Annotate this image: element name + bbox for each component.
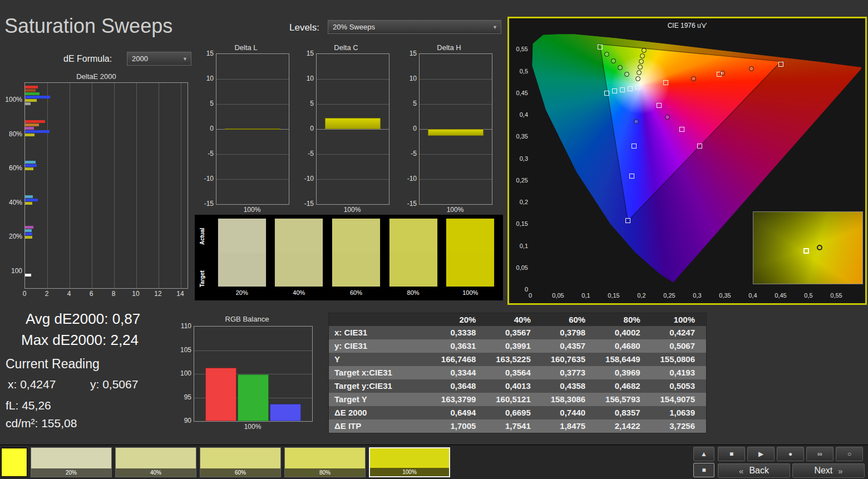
measured-marker (749, 66, 754, 71)
y-axis-label: 0,1 (520, 243, 528, 249)
delta-h-x-label: 100% (419, 206, 491, 214)
delta-h-plot-area (419, 53, 492, 205)
x-axis-label: 0,25 (662, 292, 677, 299)
y-axis-label: 40% (9, 199, 22, 206)
pattern-swatch-100%[interactable]: 100% (369, 447, 450, 477)
cell-value: 1,8475 (542, 419, 596, 433)
delta-bar (325, 118, 381, 129)
gridline (216, 179, 289, 180)
continuous-read-button[interactable]: ∞ (806, 447, 834, 461)
x-axis-label: 2 (41, 290, 52, 298)
x-axis-label: 0,55 (828, 292, 844, 299)
delta-c-y-axis: 151050-5-10-15 (302, 43, 315, 211)
y-axis-label: 5 (210, 100, 214, 107)
gridline (420, 104, 492, 105)
bar (25, 134, 34, 136)
levels-dropdown[interactable]: 20% Sweeps ▼ (328, 20, 501, 34)
pattern-swatch-20%[interactable]: 20% (31, 447, 112, 477)
corner-cell (329, 313, 432, 326)
row-label: y: CIE31 (329, 339, 432, 353)
cell-value: 1,0639 (652, 406, 706, 419)
target-swatch (275, 253, 323, 287)
target-swatch (332, 253, 380, 287)
y-axis-label: -5 (411, 150, 417, 157)
cell-value: 1,7005 (432, 419, 487, 433)
y-axis-label: 0 (413, 125, 417, 132)
target-marker (625, 218, 630, 223)
target-marker (635, 85, 640, 90)
target-marker (629, 174, 634, 179)
target-marker (598, 45, 603, 50)
target-swatch (389, 253, 437, 287)
cell-value: 163,5225 (487, 353, 541, 366)
pattern-up-button[interactable]: ▲ (693, 447, 714, 461)
play-button[interactable]: ▶ (747, 447, 775, 461)
bar (25, 127, 34, 130)
y-axis-label: 20% (9, 233, 22, 240)
strip-cells: 20%40%60%80%100% (209, 215, 503, 300)
rgb-balance-y-axis: 1101051009590 (177, 315, 193, 433)
measured-marker (640, 53, 645, 58)
measurement-table: 20%40%60%80%100%x: CIE310,33380,35670,37… (328, 313, 707, 433)
bar (25, 161, 36, 164)
rgb-balance-x-label: 100% (194, 423, 312, 431)
gridline (194, 350, 312, 351)
target-marker (657, 103, 662, 108)
y-axis-label: -10 (304, 175, 314, 182)
y-axis-label: 15 (410, 50, 417, 57)
target-marker (803, 248, 809, 254)
gridline (114, 83, 115, 288)
back-button[interactable]: « Back (718, 463, 790, 478)
pattern-swatch-60%[interactable]: 60% (200, 447, 281, 477)
swatch-label: 100% (370, 468, 449, 476)
y-axis-label: 100 (11, 267, 22, 275)
bar (25, 102, 31, 105)
row-label: Target x:CIE31 (329, 366, 432, 379)
pattern-window-button[interactable]: ■ (693, 463, 714, 477)
cell-value: 0,3564 (487, 366, 541, 379)
y-axis-label: 60% (9, 164, 22, 172)
de-formula-dropdown[interactable]: 2000 ▼ (127, 52, 191, 66)
bar (25, 236, 32, 239)
bar (25, 120, 45, 123)
swatch-level-label: 60% (332, 287, 381, 298)
gridline (159, 83, 159, 288)
bar (25, 229, 32, 232)
next-button[interactable]: Next » (792, 463, 865, 478)
cell-value: 0,6494 (432, 406, 487, 419)
measured-marker (691, 76, 696, 81)
cell-value: 0,8357 (596, 406, 651, 419)
cell-value: 0,3344 (432, 366, 487, 379)
bar (25, 89, 36, 92)
pattern-swatch-40%[interactable]: 40% (115, 447, 196, 477)
table-row: Target Y163,3799160,5121158,3086156,5793… (329, 393, 706, 406)
swatch (332, 218, 381, 287)
cie-diagram-panel: CIE 1976 u'v' 00,050,10,150,20,250,30,35… (507, 17, 867, 305)
stop-button[interactable]: ■ (718, 447, 745, 461)
back-label: Back (749, 466, 769, 476)
y-axis-label: 5 (413, 100, 417, 107)
actual-swatch (332, 219, 380, 253)
target-marker (778, 62, 783, 67)
rgb-balance-plot-area (194, 326, 313, 422)
delta-h-title: Delta H (405, 43, 494, 52)
cell-value: 0,4002 (596, 326, 651, 339)
delta-bar (428, 129, 484, 136)
y-axis-label: 90 (184, 417, 191, 424)
actual-label: Actual (195, 215, 209, 258)
swatch-label: 40% (116, 468, 196, 477)
measured-marker (618, 65, 623, 70)
column-header: 80% (596, 313, 651, 326)
table-header-row: 20%40%60%80%100% (329, 313, 706, 326)
app-root: Saturation Sweeps dE Formula: 2000 ▼ Lev… (0, 0, 868, 479)
y-axis-label: 0,5 (520, 68, 528, 75)
row-label: x: CIE31 (329, 326, 432, 339)
record-button[interactable]: ● (777, 447, 804, 461)
y-axis-label: -10 (204, 175, 214, 182)
swatch-cell: 80% (389, 218, 438, 300)
single-read-button[interactable]: ○ (836, 447, 863, 461)
cell-value: 0,3631 (432, 339, 487, 353)
row-label: ΔE 2000 (329, 406, 432, 419)
y-axis-label: -10 (407, 175, 417, 182)
pattern-swatch-80%[interactable]: 80% (284, 447, 366, 477)
